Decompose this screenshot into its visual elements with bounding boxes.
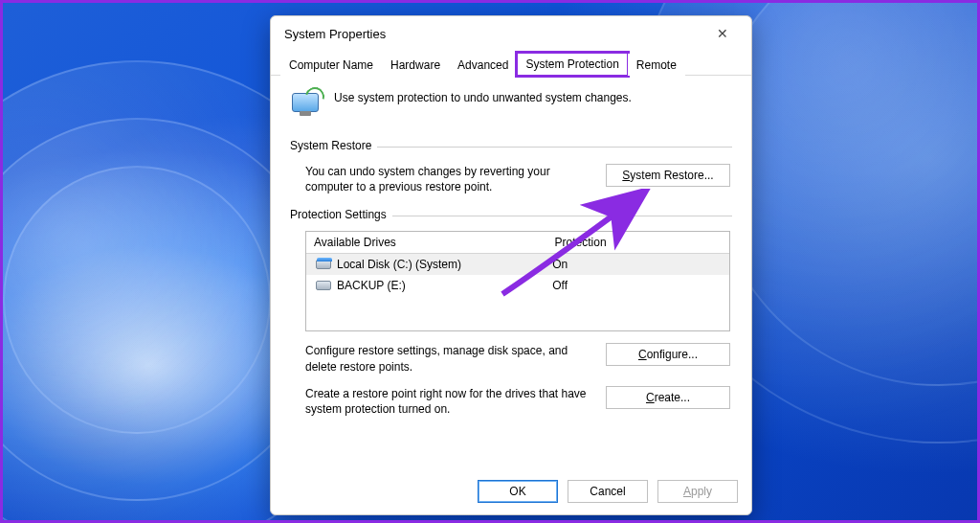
- drive-icon: [316, 260, 331, 269]
- create-button[interactable]: Create...: [606, 386, 730, 409]
- tab-hardware[interactable]: Hardware: [382, 54, 449, 76]
- group-system-restore: System Restore: [290, 139, 732, 152]
- configure-description: Configure restore settings, manage disk …: [305, 343, 589, 374]
- system-properties-dialog: System Properties ✕ Computer Name Hardwa…: [270, 15, 752, 515]
- titlebar[interactable]: System Properties ✕: [271, 16, 751, 51]
- close-icon[interactable]: ✕: [702, 19, 744, 48]
- system-restore-button[interactable]: System Restore...: [606, 164, 730, 187]
- tab-system-protection[interactable]: System Protection: [517, 53, 627, 76]
- drive-row[interactable]: Local Disk (C:) (System)On: [306, 254, 729, 275]
- tab-advanced[interactable]: Advanced: [449, 54, 517, 76]
- restore-description: You can undo system changes by reverting…: [305, 164, 589, 194]
- create-description: Create a restore point right now for the…: [305, 386, 589, 417]
- configure-button[interactable]: Configure...: [606, 343, 730, 366]
- dialog-footer: OK Cancel Apply: [271, 472, 751, 514]
- drives-table[interactable]: Available Drives Protection Local Disk (…: [305, 231, 730, 331]
- drives-header: Available Drives Protection: [306, 232, 729, 254]
- tab-strip: Computer Name Hardware Advanced System P…: [271, 51, 751, 76]
- tab-computer-name[interactable]: Computer Name: [280, 54, 382, 76]
- tab-remote[interactable]: Remote: [628, 54, 685, 76]
- system-protection-icon: [290, 87, 324, 122]
- window-title: System Properties: [284, 27, 702, 41]
- drive-protection: On: [545, 256, 725, 273]
- ok-button[interactable]: OK: [478, 480, 558, 503]
- drive-row[interactable]: BACKUP (E:)Off: [306, 275, 729, 296]
- drive-icon: [316, 281, 331, 290]
- tab-content: Use system protection to undo unwanted s…: [271, 76, 751, 472]
- group-protection-settings: Protection Settings: [290, 208, 732, 221]
- drive-name: BACKUP (E:): [337, 279, 406, 292]
- drive-name: Local Disk (C:) (System): [337, 258, 461, 271]
- intro-text: Use system protection to undo unwanted s…: [334, 87, 632, 104]
- col-available-drives[interactable]: Available Drives: [306, 232, 547, 253]
- apply-button[interactable]: Apply: [657, 480, 738, 503]
- cancel-button[interactable]: Cancel: [568, 480, 648, 503]
- drive-protection: Off: [545, 277, 725, 294]
- col-protection[interactable]: Protection: [547, 232, 729, 253]
